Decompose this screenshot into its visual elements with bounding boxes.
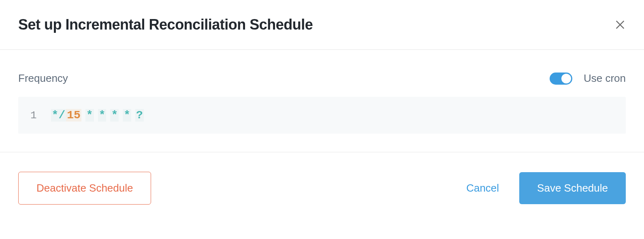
cron-token: *	[123, 109, 131, 122]
cron-token: ?	[135, 109, 144, 122]
frequency-label: Frequency	[18, 72, 68, 85]
modal-footer: Deactivate Schedule Cancel Save Schedule	[0, 152, 644, 224]
footer-right: Cancel Save Schedule	[462, 172, 626, 204]
cron-token-group: */15	[51, 109, 81, 122]
use-cron-toggle-wrapper: Use cron	[550, 72, 626, 85]
cancel-button[interactable]: Cancel	[462, 172, 503, 204]
cron-token: *	[110, 109, 119, 122]
cron-token: 15	[66, 109, 81, 122]
modal-body: Frequency Use cron 1 */15****?	[0, 50, 644, 152]
modal-header: Set up Incremental Reconciliation Schedu…	[0, 0, 644, 50]
cron-token: *	[98, 109, 107, 122]
cron-token: */	[51, 109, 66, 122]
deactivate-schedule-button[interactable]: Deactivate Schedule	[18, 172, 151, 205]
toggle-knob	[561, 74, 571, 83]
cron-line-number: 1	[30, 109, 37, 122]
cron-token: *	[85, 109, 94, 122]
cron-expression[interactable]: */15****?	[51, 109, 144, 122]
close-icon[interactable]	[614, 19, 626, 30]
frequency-row: Frequency Use cron	[18, 72, 626, 85]
modal-title: Set up Incremental Reconciliation Schedu…	[18, 16, 313, 33]
use-cron-label: Use cron	[584, 72, 626, 85]
save-schedule-button[interactable]: Save Schedule	[519, 172, 626, 204]
cron-editor[interactable]: 1 */15****?	[18, 97, 626, 134]
use-cron-toggle[interactable]	[550, 73, 572, 85]
